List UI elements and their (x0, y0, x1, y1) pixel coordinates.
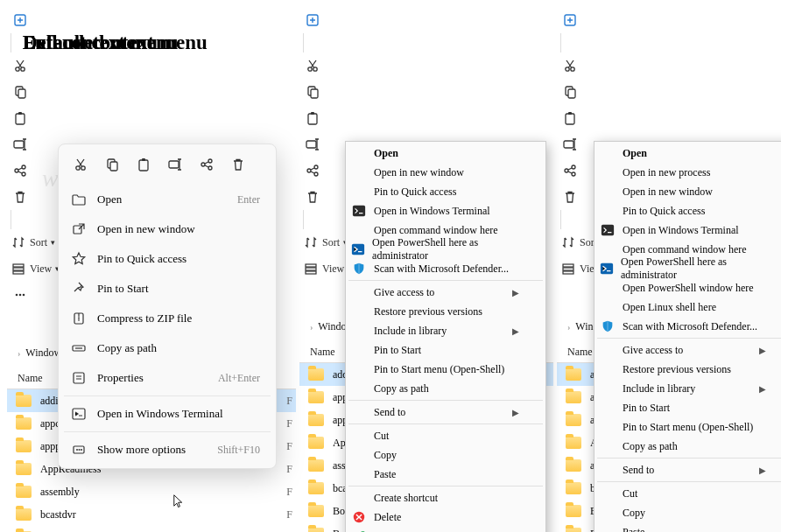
menu-item[interactable]: Paste (596, 522, 781, 532)
menu-item[interactable]: Pin to Start menu (Open-Shell) (596, 417, 781, 437)
menu-item[interactable]: Open in Windows Terminal (348, 201, 544, 220)
rename-button[interactable] (7, 131, 33, 158)
cut-icon[interactable] (67, 151, 94, 178)
menu-item-icon (600, 319, 616, 333)
file-row[interactable]: bcastdvr F (7, 503, 296, 526)
delete-button[interactable] (299, 184, 326, 210)
menu-item[interactable]: Open in new window (596, 182, 781, 201)
submenu-arrow-icon: ▶ (512, 288, 519, 298)
menu-item[interactable]: Open PowerShell here as administrator (348, 240, 544, 259)
copy-button[interactable] (7, 79, 33, 105)
menu-item[interactable]: Copy (348, 445, 544, 465)
menu-item[interactable]: Open Linux shell here (596, 298, 781, 317)
new-button[interactable] (299, 7, 326, 33)
share-button[interactable] (299, 158, 326, 184)
share-button[interactable] (7, 158, 33, 184)
menu-item[interactable]: Restore previous versions (596, 360, 781, 379)
rename-button[interactable] (557, 131, 583, 158)
cut-button[interactable] (557, 52, 583, 79)
folder-icon (308, 368, 324, 381)
file-row[interactable]: assembly F (7, 480, 296, 503)
copy-button[interactable] (299, 79, 326, 105)
open-new-window-icon (71, 221, 87, 237)
menu-pin-start[interactable]: Pin to Start (62, 274, 272, 304)
folder-icon (308, 391, 324, 403)
folder-icon (16, 440, 32, 452)
folder-icon (308, 459, 324, 472)
menu-pin-quick[interactable]: Pin to Quick access (62, 244, 272, 274)
file-row[interactable]: Boot F (7, 526, 296, 532)
new-button[interactable] (7, 7, 33, 33)
menu-open-new-window[interactable]: Open in new window (62, 214, 272, 244)
show-more-icon (71, 442, 87, 458)
menu-item[interactable]: Open PowerShell here as administrator (596, 259, 781, 278)
menu-item[interactable]: Send to ▶ (348, 402, 544, 422)
folder-icon (566, 482, 581, 494)
submenu-arrow-icon: ▶ (759, 384, 766, 394)
more-button[interactable] (7, 282, 33, 308)
share-button[interactable] (557, 158, 583, 184)
menu-show-more[interactable]: Show more options Shift+F10 (62, 435, 272, 465)
menu-item[interactable]: Pin to Start menu (Open-Shell) (348, 360, 544, 379)
menu-copy-path[interactable]: Copy as path (62, 333, 272, 363)
cursor-icon (172, 493, 186, 508)
menu-item[interactable]: Pin to Start (348, 340, 544, 360)
compress-zip-icon (71, 311, 87, 326)
cut-button[interactable] (7, 52, 33, 79)
menu-item[interactable]: Open (596, 144, 781, 163)
menu-item[interactable]: Rename (348, 527, 544, 532)
copy-button[interactable] (557, 79, 583, 105)
new-button[interactable] (557, 7, 583, 33)
folder-icon (16, 395, 32, 407)
rename-icon[interactable] (162, 151, 188, 178)
menu-item[interactable]: Copy as path (348, 379, 544, 398)
menu-item[interactable]: Open in new process (596, 163, 781, 182)
menu-item[interactable]: Pin to Quick access (348, 182, 544, 201)
menu-open[interactable]: Open Enter (62, 185, 272, 214)
menu-item[interactable]: Pin to Start (596, 398, 781, 417)
share-icon[interactable] (193, 151, 220, 178)
menu-item-icon (351, 204, 367, 218)
open-terminal-icon (71, 406, 87, 422)
delete-icon[interactable] (225, 151, 251, 178)
paste-button[interactable] (299, 105, 326, 131)
delete-button[interactable] (7, 184, 33, 210)
menu-item[interactable]: Open in Windows Terminal (596, 220, 781, 240)
menu-item[interactable]: Include in library ▶ (348, 321, 544, 340)
folder-icon (566, 414, 581, 426)
folder-icon (16, 508, 32, 521)
menu-compress-zip[interactable]: Compress to ZIP file (62, 304, 272, 333)
pin-start-icon (71, 281, 87, 297)
menu-item[interactable]: Scan with Microsoft Defender... (596, 317, 781, 336)
menu-item[interactable]: Create shortcut (348, 488, 544, 508)
menu-item[interactable]: Give access to ▶ (348, 283, 544, 302)
menu-item[interactable]: Open in new window (348, 163, 544, 182)
paste-icon[interactable] (130, 151, 157, 178)
menu-item[interactable]: Send to ▶ (596, 460, 781, 480)
delete-button[interactable] (557, 184, 583, 210)
folder-icon (566, 528, 581, 532)
copy-path-icon (71, 340, 87, 356)
menu-item[interactable]: Copy (596, 503, 781, 522)
rename-button[interactable] (299, 131, 326, 158)
menu-item[interactable]: Cut (348, 426, 544, 445)
menu-open-terminal[interactable]: Open in Windows Terminal (62, 399, 272, 429)
menu-item[interactable]: Include in library ▶ (596, 379, 781, 398)
menu-item-icon (600, 262, 614, 276)
menu-item[interactable]: Give access to ▶ (596, 340, 781, 360)
menu-item[interactable]: Restore previous versions (348, 302, 544, 321)
menu-item[interactable]: Copy as path (596, 437, 781, 456)
copy-icon[interactable] (99, 151, 125, 178)
menu-item[interactable]: Delete (348, 508, 544, 527)
menu-item[interactable]: Paste (348, 465, 544, 484)
menu-item[interactable]: Open PowerShell window here (596, 278, 781, 298)
menu-item[interactable]: Open (348, 144, 544, 163)
cut-button[interactable] (299, 52, 326, 79)
menu-properties[interactable]: Properties Alt+Enter (62, 363, 272, 393)
context-menu-win11: Open Enter Open in new window Pin to Qui… (58, 144, 277, 469)
menu-item[interactable]: Pin to Quick access (596, 201, 781, 220)
menu-item[interactable]: Cut (596, 484, 781, 503)
paste-button[interactable] (7, 105, 33, 131)
paste-button[interactable] (557, 105, 583, 131)
folder-icon (566, 437, 581, 449)
